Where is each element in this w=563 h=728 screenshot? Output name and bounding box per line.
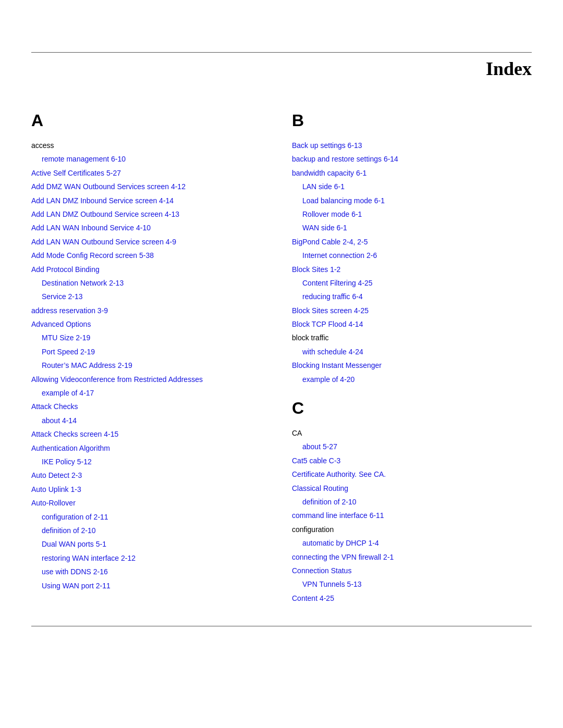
- list-item: bandwidth capacity 6-1: [292, 166, 532, 180]
- index-entry-text: Internet connection 2-6: [302, 251, 377, 260]
- index-entry-text: Add LAN WAN Outbound Service screen 4-9: [31, 238, 176, 246]
- index-entry-text: restoring WAN interface 2-12: [42, 554, 136, 562]
- index-entry-text: address reservation 3-9: [31, 306, 108, 315]
- index-entry-text: Content 4-25: [292, 594, 334, 602]
- index-entry-text: with schedule 4-24: [302, 348, 363, 356]
- index-entry-text: Attack Checks: [31, 402, 78, 411]
- page-title: Index: [31, 58, 532, 80]
- index-entry-text: Block Sites 1-2: [292, 265, 340, 274]
- list-item: Block Sites 1-2: [292, 263, 532, 276]
- index-entry-text: Add LAN DMZ Inbound Service screen 4-14: [31, 196, 174, 205]
- list-item: Auto Uplink 1-3: [31, 483, 271, 496]
- list-item: Blocking Instant Messenger: [292, 359, 532, 372]
- index-entry-text: configuration of 2-11: [42, 513, 108, 521]
- list-item: connecting the VPN firewall 2-1: [292, 550, 532, 564]
- index-entry-text: definition of 2-10: [302, 498, 357, 506]
- list-item: Add LAN DMZ Outbound Service screen 4-13: [31, 207, 271, 221]
- index-entry-text: example of 4-17: [42, 389, 94, 397]
- list-item: Block TCP Flood 4-14: [292, 317, 532, 331]
- list-item: Add Protocol Binding: [31, 263, 271, 276]
- index-entry-text: Advanced Options: [31, 320, 91, 328]
- index-entry-text: Allowing Videoconference from Restricted…: [31, 375, 203, 384]
- index-entry-text: command line interface 6-11: [292, 511, 384, 520]
- index-entry-text: Add Protocol Binding: [31, 265, 100, 274]
- list-item: Service 2-13: [31, 290, 271, 303]
- index-entry-text: LAN side 6-1: [302, 182, 345, 191]
- index-entry-text: definition of 2-10: [42, 526, 96, 535]
- index-entry-text: WAN side 6-1: [302, 224, 347, 232]
- list-item: Allowing Videoconference from Restricted…: [31, 373, 271, 386]
- index-entry-text: Router’s MAC Address 2-19: [42, 361, 132, 369]
- list-item: configuration: [292, 523, 532, 536]
- list-item: Rollover mode 6-1: [292, 207, 532, 221]
- index-entry-text: Cat5 cable C-3: [292, 456, 340, 465]
- index-entry-text: Dual WAN ports 5-1: [42, 540, 106, 548]
- index-entry-text: Load balancing mode 6-1: [302, 196, 385, 205]
- section-b-letter: B: [292, 111, 532, 130]
- list-item: IKE Policy 5-12: [31, 455, 271, 468]
- index-entry-text: Destination Network 2-13: [42, 279, 124, 287]
- list-item: restoring WAN interface 2-12: [31, 551, 271, 565]
- list-item: Load balancing mode 6-1: [292, 194, 532, 207]
- list-item: Back up settings 6-13: [292, 139, 532, 152]
- index-entry-text: Back up settings 6-13: [292, 141, 362, 150]
- list-item: Connection Status: [292, 564, 532, 577]
- section-b-entries: Back up settings 6-13backup and restore …: [292, 139, 532, 386]
- list-item: VPN Tunnels 5-13: [292, 577, 532, 591]
- list-item: CA: [292, 426, 532, 440]
- index-entry-text: Attack Checks screen 4-15: [31, 430, 118, 438]
- section-a-entries: accessremote management 6-10Active Self …: [31, 139, 271, 593]
- list-item: use with DDNS 2-16: [31, 565, 271, 578]
- list-item: block traffic: [292, 331, 532, 344]
- index-entry-text: configuration: [292, 525, 334, 534]
- index-entry-text: remote management 6-10: [42, 155, 126, 163]
- list-item: Add LAN DMZ Inbound Service screen 4-14: [31, 194, 271, 207]
- list-item: Attack Checks: [31, 400, 271, 413]
- list-item: definition of 2-10: [292, 495, 532, 509]
- index-entry-text: CA: [292, 429, 302, 437]
- section-c-entries: CAabout 5-27Cat5 cable C-3Certificate Au…: [292, 426, 532, 605]
- index-entry-text: Auto-Rollover: [31, 499, 76, 507]
- list-item: Attack Checks screen 4-15: [31, 427, 271, 441]
- list-item: reducing traffic 6-4: [292, 290, 532, 303]
- list-item: Auto-Rollover: [31, 496, 271, 510]
- list-item: WAN side 6-1: [292, 221, 532, 235]
- list-item: Using WAN port 2-11: [31, 579, 271, 593]
- list-item: with schedule 4-24: [292, 345, 532, 359]
- bottom-border: [31, 626, 532, 626]
- index-entry-text: Active Self Certificates 5-27: [31, 169, 121, 177]
- index-entry-text: Rollover mode 6-1: [302, 210, 362, 218]
- index-entry-text: Add LAN WAN Inbound Service 4-10: [31, 224, 151, 232]
- index-entry-text: MTU Size 2-19: [42, 334, 90, 342]
- list-item: address reservation 3-9: [31, 304, 271, 317]
- list-item: Add LAN WAN Outbound Service screen 4-9: [31, 235, 271, 249]
- list-item: Auto Detect 2-3: [31, 468, 271, 482]
- section-a-letter: A: [31, 111, 271, 130]
- index-entry-text: Classical Routing: [292, 484, 348, 492]
- list-item: command line interface 6-11: [292, 509, 532, 522]
- index-entry-text: use with DDNS 2-16: [42, 567, 108, 576]
- section-c-letter: C: [292, 399, 532, 418]
- list-item: backup and restore settings 6-14: [292, 152, 532, 166]
- list-item: Internet connection 2-6: [292, 249, 532, 262]
- list-item: Port Speed 2-19: [31, 345, 271, 359]
- index-entry-text: bandwidth capacity 6-1: [292, 169, 366, 177]
- index-entry-text: Auto Uplink 1-3: [31, 485, 81, 493]
- index-entry-text: about 4-14: [42, 416, 77, 425]
- list-item: configuration of 2-11: [31, 510, 271, 524]
- column-bc: B Back up settings 6-13backup and restor…: [292, 111, 532, 605]
- content-area: A accessremote management 6-10Active Sel…: [31, 111, 532, 605]
- column-a: A accessremote management 6-10Active Sel…: [31, 111, 271, 605]
- index-entry-text: Add DMZ WAN Outbound Services screen 4-1…: [31, 182, 186, 191]
- index-entry-text: Blocking Instant Messenger: [292, 361, 382, 369]
- page-container: Index A accessremote management 6-10Acti…: [0, 52, 563, 728]
- index-entry-text: automatic by DHCP 1-4: [302, 539, 379, 547]
- list-item: Dual WAN ports 5-1: [31, 537, 271, 551]
- list-item: example of 4-20: [292, 373, 532, 386]
- index-entry-text: example of 4-20: [302, 375, 354, 384]
- index-entry-text: Port Speed 2-19: [42, 348, 95, 356]
- list-item: definition of 2-10: [31, 524, 271, 537]
- list-item: Content 4-25: [292, 591, 532, 605]
- list-item: Active Self Certificates 5-27: [31, 166, 271, 180]
- list-item: about 5-27: [292, 440, 532, 453]
